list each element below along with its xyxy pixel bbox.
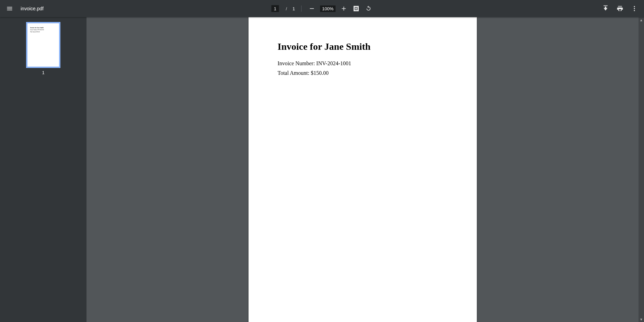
svg-point-3 — [634, 8, 635, 9]
more-icon[interactable] — [630, 4, 639, 13]
page-separator: / — [286, 6, 287, 11]
scroll-up-icon[interactable]: ▲ — [639, 17, 644, 23]
rotate-icon[interactable] — [365, 4, 373, 13]
total-amount-line: Total Amount: $150.00 — [278, 70, 448, 76]
print-icon[interactable] — [616, 4, 624, 13]
download-icon[interactable] — [601, 4, 610, 13]
document-viewer[interactable]: Invoice for Jane Smith Invoice Number: I… — [87, 17, 639, 322]
filename-label: invoice.pdf — [21, 6, 44, 11]
thumbnail-title: Invoice for Jane Smith — [30, 27, 56, 28]
fit-page-icon[interactable] — [352, 4, 360, 13]
thumbnail-page-number: 1 — [42, 70, 44, 75]
zoom-in-icon[interactable] — [340, 4, 348, 13]
invoice-number-line: Invoice Number: INV-2024-1001 — [278, 60, 448, 67]
page-thumbnail[interactable]: Invoice for Jane Smith Invoice Number: I… — [26, 22, 60, 68]
zoom-out-icon[interactable] — [308, 4, 316, 13]
toolbar: invoice.pdf / 1 100% — [0, 0, 644, 17]
svg-point-2 — [634, 6, 635, 7]
vertical-scrollbar[interactable]: ▲ ▼ — [639, 17, 644, 322]
toolbar-divider — [301, 5, 301, 12]
scroll-down-icon[interactable]: ▼ — [639, 317, 644, 322]
zoom-level-display[interactable]: 100% — [320, 5, 335, 12]
thumbnail-line-1: Invoice Number: INV-2024-1001 — [30, 29, 56, 31]
document-title: Invoice for Jane Smith — [278, 41, 448, 52]
menu-icon[interactable] — [5, 4, 14, 13]
page-total-label: 1 — [292, 6, 295, 11]
thumbnail-sidebar: Invoice for Jane Smith Invoice Number: I… — [0, 17, 87, 322]
svg-point-4 — [634, 10, 635, 11]
thumbnail-line-2: Total Amount: $150.00 — [30, 31, 56, 33]
page-number-input[interactable] — [271, 5, 279, 12]
document-page: Invoice for Jane Smith Invoice Number: I… — [249, 17, 477, 322]
